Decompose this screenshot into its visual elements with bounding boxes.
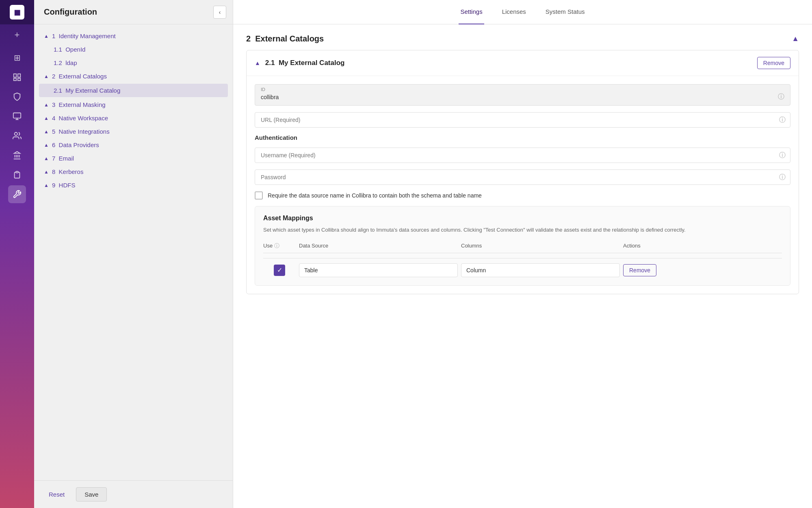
password-field: ⓘ <box>255 169 790 185</box>
sidebar-item-label: 3 External Masking <box>52 101 106 108</box>
url-field: ⓘ <box>255 112 790 128</box>
catalog-remove-button[interactable]: Remove <box>757 57 790 69</box>
sidebar-subitem-label: 1.2 ldap <box>54 59 77 66</box>
svg-point-7 <box>15 132 17 135</box>
schema-table-checkbox[interactable] <box>255 191 263 200</box>
col-header-actions: Actions <box>623 242 782 250</box>
wrench-icon[interactable] <box>8 185 26 203</box>
asset-mappings-section: Asset Mappings Set which asset types in … <box>255 206 790 286</box>
svg-rect-3 <box>18 78 20 81</box>
sidebar-item-external-catalogs[interactable]: ▲ 2 External Catalogs <box>34 69 233 83</box>
add-button[interactable]: + <box>0 24 34 46</box>
sidebar-subitem-openid[interactable]: 1.1 OpenId <box>34 43 233 56</box>
section-collapse-icon[interactable]: ▲ <box>792 35 799 43</box>
sidebar-item-label: 4 Native Workspace <box>52 115 108 122</box>
save-button[interactable]: Save <box>76 487 107 501</box>
id-label: ID <box>261 87 784 92</box>
icon-bar: ◼ + ⊞ <box>0 0 34 508</box>
mapping-remove-button[interactable]: Remove <box>623 264 656 276</box>
sidebar-item-label: 1 Identity Management <box>52 33 116 39</box>
content-area: 2 External Catalogs ▲ ▲ 2.1 My External … <box>233 24 812 508</box>
table-row: ✓ Remove <box>263 263 782 277</box>
chevron-down-icon: ▲ <box>44 115 49 121</box>
svg-rect-4 <box>13 113 21 118</box>
sidebar-nav: ▲ 1 Identity Management 1.1 OpenId 1.2 l… <box>34 24 233 480</box>
tab-licenses[interactable]: Licenses <box>500 0 528 24</box>
svg-rect-14 <box>16 172 18 173</box>
id-field: ID collibra ⓘ <box>255 84 790 106</box>
asset-mappings-description: Set which asset types in Collibra should… <box>263 226 782 234</box>
chevron-down-icon: ▲ <box>44 102 49 108</box>
top-nav: Settings Licenses System Status <box>233 0 812 24</box>
col-header-columns: Columns <box>461 242 620 250</box>
sidebar-item-kerberos[interactable]: ▲ 8 Kerberos <box>34 165 233 178</box>
catalog-card-title: ▲ 2.1 My External Catalog <box>255 59 344 67</box>
sidebar-subitem-my-external-catalog[interactable]: 2.1 My External Catalog <box>39 84 228 97</box>
svg-rect-0 <box>14 74 16 77</box>
auth-label: Authentication <box>255 134 790 141</box>
sidebar-subitem-ldap[interactable]: 1.2 ldap <box>34 56 233 69</box>
columns-input[interactable] <box>461 263 620 277</box>
username-input[interactable] <box>255 148 790 163</box>
tab-system-status[interactable]: System Status <box>544 0 587 24</box>
asset-mappings-title: Asset Mappings <box>263 215 782 222</box>
password-help-icon[interactable]: ⓘ <box>779 173 786 182</box>
sidebar-collapse-button[interactable]: ‹ <box>213 6 226 19</box>
app-logo[interactable]: ◼ <box>10 5 24 20</box>
url-input[interactable] <box>255 112 790 128</box>
sidebar-item-label: 8 Kerberos <box>52 168 84 175</box>
username-field: ⓘ <box>255 148 790 163</box>
mappings-table: Use ⓘ Data Source Columns Actions <box>263 242 782 277</box>
grid-icon[interactable]: ⊞ <box>8 49 26 67</box>
book-icon[interactable] <box>8 68 26 86</box>
checkbox-row: Require the data source name in Collibra… <box>255 191 790 200</box>
mapping-checkbox[interactable]: ✓ <box>274 265 285 276</box>
id-value: collibra <box>261 94 279 100</box>
chevron-down-icon: ▲ <box>44 156 49 161</box>
chevron-down-icon: ▲ <box>44 33 49 39</box>
chevron-down-icon: ▲ <box>44 74 49 79</box>
mappings-header: Use ⓘ Data Source Columns Actions <box>263 242 782 253</box>
svg-rect-1 <box>18 74 20 77</box>
sidebar-item-hdfs[interactable]: ▲ 9 HDFS <box>34 178 233 192</box>
monitor-icon[interactable] <box>8 107 26 125</box>
sidebar-item-external-masking[interactable]: ▲ 3 External Masking <box>34 98 233 111</box>
password-input[interactable] <box>255 169 790 185</box>
sidebar-item-label: 9 HDFS <box>52 182 76 189</box>
sidebar-item-email[interactable]: ▲ 7 Email <box>34 152 233 165</box>
catalog-card: ▲ 2.1 My External Catalog Remove ID coll… <box>246 50 799 294</box>
sidebar-item-native-workspace[interactable]: ▲ 4 Native Workspace <box>34 111 233 125</box>
sidebar-item-label: 7 Email <box>52 155 74 162</box>
use-help-icon[interactable]: ⓘ <box>274 242 279 250</box>
catalog-collapse-icon[interactable]: ▲ <box>255 60 260 66</box>
sidebar-item-label: 6 Data Providers <box>52 141 99 148</box>
clipboard-icon[interactable] <box>8 166 26 184</box>
section-title: 2 External Catalogs <box>246 34 324 43</box>
sidebar-title: Configuration <box>44 7 97 17</box>
chevron-down-icon: ▲ <box>44 182 49 188</box>
col-header-datasource: Data Source <box>299 242 458 250</box>
sidebar-item-label: 5 Native Integrations <box>52 128 110 135</box>
chevron-down-icon: ▲ <box>44 129 49 135</box>
url-help-icon[interactable]: ⓘ <box>779 116 786 124</box>
users-icon[interactable] <box>8 127 26 145</box>
reset-button[interactable]: Reset <box>44 488 69 501</box>
sidebar-icons: ⊞ <box>0 49 34 203</box>
sidebar-subitem-label: 2.1 My External Catalog <box>54 87 120 94</box>
app-logo-area: ◼ <box>0 0 34 24</box>
section-external-catalogs-header: 2 External Catalogs ▲ <box>246 34 799 43</box>
tab-settings[interactable]: Settings <box>459 0 484 24</box>
sidebar-item-data-providers[interactable]: ▲ 6 Data Providers <box>34 138 233 152</box>
chevron-down-icon: ▲ <box>44 169 49 175</box>
sidebar-item-native-integrations[interactable]: ▲ 5 Native Integrations <box>34 125 233 138</box>
sidebar-item-label: 2 External Catalogs <box>52 73 107 80</box>
col-header-use: Use ⓘ <box>263 242 296 250</box>
sidebar-item-identity-management[interactable]: ▲ 1 Identity Management <box>34 29 233 43</box>
datasource-input[interactable] <box>299 263 458 277</box>
shield-icon[interactable] <box>8 88 26 106</box>
building-icon[interactable] <box>8 146 26 164</box>
id-help-icon[interactable]: ⓘ <box>778 93 784 101</box>
sidebar-header: Configuration ‹ <box>34 0 233 24</box>
catalog-card-body: ID collibra ⓘ ⓘ Authentication ⓘ <box>247 76 799 294</box>
username-help-icon[interactable]: ⓘ <box>779 151 786 160</box>
